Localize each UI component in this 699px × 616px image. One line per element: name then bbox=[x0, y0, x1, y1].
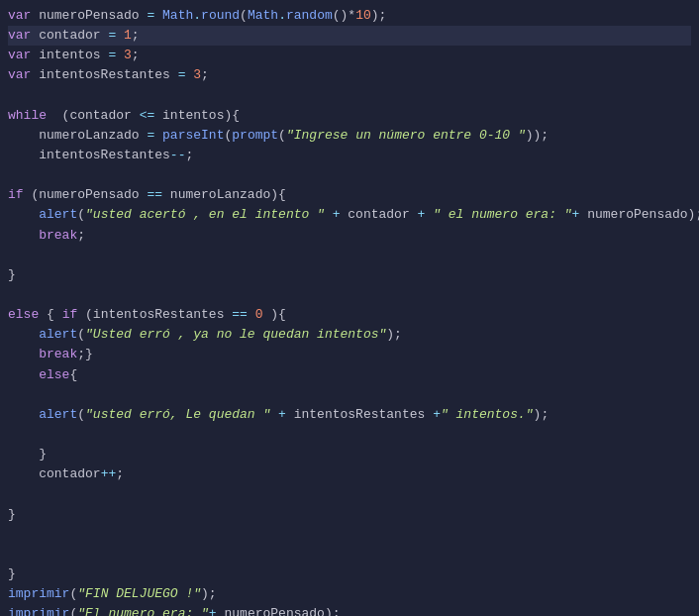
code-line-15 bbox=[8, 285, 691, 305]
code-line-25 bbox=[8, 484, 691, 504]
code-line-28 bbox=[8, 545, 691, 565]
code-line-21: alert("usted erró, Le quedan " + intento… bbox=[8, 405, 691, 425]
code-editor: var numeroPensado = Math.round(Math.rand… bbox=[0, 0, 699, 616]
code-line-3: var intentos = 3; bbox=[8, 46, 691, 65]
code-line-27 bbox=[8, 525, 691, 545]
code-line-6: while (contador <= intentos){ bbox=[8, 106, 691, 126]
code-line-11: alert("usted acertó , en el intento " + … bbox=[8, 205, 691, 225]
code-line-29: } bbox=[8, 565, 691, 584]
code-line-17: alert("Usted erró , ya no le quedan inte… bbox=[8, 325, 691, 345]
code-line-8: intentosRestantes--; bbox=[8, 146, 691, 165]
code-line-12: break; bbox=[8, 226, 691, 246]
code-line-1: var numeroPensado = Math.round(Math.rand… bbox=[8, 6, 691, 26]
code-line-18: break;} bbox=[8, 345, 691, 364]
code-line-13 bbox=[8, 246, 691, 265]
code-line-19: else{ bbox=[8, 365, 691, 385]
code-line-4: var intentosRestantes = 3; bbox=[8, 65, 691, 85]
code-line-16: else { if (intentosRestantes == 0 ){ bbox=[8, 305, 691, 325]
code-line-22 bbox=[8, 425, 691, 445]
code-line-7: numeroLanzado = parseInt(prompt("Ingrese… bbox=[8, 126, 691, 146]
code-line-2: var contador = 1; bbox=[8, 26, 691, 46]
code-line-14: } bbox=[8, 265, 691, 285]
code-line-20 bbox=[8, 385, 691, 405]
code-line-31: imprimir("El numero era: "+ numeroPensad… bbox=[8, 604, 691, 616]
code-line-26: } bbox=[8, 505, 691, 525]
code-line-9 bbox=[8, 165, 691, 185]
code-line-10: if (numeroPensado == numeroLanzado){ bbox=[8, 185, 691, 205]
code-line-24: contador++; bbox=[8, 464, 691, 484]
code-line-30: imprimir("FIN DELJUEGO !"); bbox=[8, 584, 691, 604]
code-line-23: } bbox=[8, 445, 691, 464]
code-line-5 bbox=[8, 86, 691, 106]
